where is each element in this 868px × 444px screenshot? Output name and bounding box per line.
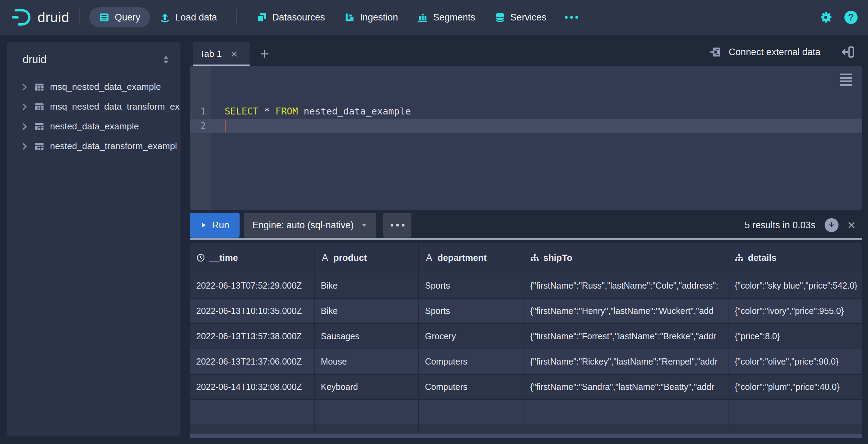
nav-item-services[interactable]: Services [485,7,556,27]
open-panel-arrow-icon[interactable] [840,44,856,60]
connect-external-data-label: Connect external data [729,47,820,58]
clock-icon [196,253,205,262]
druid-logo[interactable]: druid [10,7,69,28]
cell-details[interactable]: {"color":"ivory","price":955.0} [728,299,862,323]
chevron-right-icon[interactable] [21,123,28,130]
nav-more-icon[interactable] [558,16,585,19]
sort-double-caret-icon[interactable] [161,55,171,65]
cell-details[interactable]: {"price":8.0} [728,324,862,349]
query-doc-icon [99,12,109,23]
help-icon[interactable]: ? [844,11,858,24]
cell-details[interactable]: {"color":"plum","price":40.0} [728,375,862,399]
column-header-product[interactable]: A product [315,243,419,273]
cell-department[interactable]: Computers [419,375,524,399]
table-row-empty [190,400,862,425]
cell-time[interactable]: 2022-06-14T10:32:08.000Z [190,375,315,399]
settings-gear-icon[interactable] [819,10,833,24]
engine-select-button[interactable]: Engine: auto (sql-native) [244,213,376,238]
cell-time[interactable]: 2022-06-13T07:52:29.000Z [190,273,315,298]
column-header-shipto[interactable]: shipTo [524,243,728,273]
cell-shipto[interactable]: {"firstName":"Russ","lastName":"Cole","a… [524,273,728,298]
column-header-time[interactable]: __time [190,243,315,273]
top-navbar: druid Query Load data [0,0,868,35]
segments-icon [417,12,428,23]
tree-item-datasource[interactable]: nested_data_example [7,117,181,136]
nested-data-tree-icon [530,253,539,262]
query-tab[interactable]: Tab 1 × [193,42,250,66]
tab-bar: Tab 1 × + Connect external data [190,35,862,66]
run-button[interactable]: Run [190,213,240,238]
column-header-department[interactable]: A department [419,243,524,273]
nav-item-segments[interactable]: Segments [408,7,485,27]
connect-external-data-button[interactable]: Connect external data [709,42,820,62]
nav-item-label: Segments [433,12,475,23]
cell-product[interactable]: Bike [315,299,419,323]
run-bar: Run Engine: auto (sql-native) 5 results … [190,212,862,238]
cell-time[interactable]: 2022-06-13T21:37:06.000Z [190,349,315,374]
results-meta: 5 results in 0.03s × [745,218,862,232]
datasource-name: msq_nested_data_transform_ex [50,101,180,112]
cell-department[interactable]: Sports [419,273,524,298]
column-label: details [748,253,776,263]
tree-item-datasource[interactable]: nested_data_transform_exampl [7,136,181,156]
cell-product[interactable]: Sausages [315,324,419,349]
cell-shipto[interactable]: {"firstName":"Rickey","lastName":"Rempel… [524,349,728,374]
table-icon [34,102,44,112]
cell-product[interactable]: Bike [315,273,419,298]
cell-department[interactable]: Sports [419,299,524,323]
cell-shipto[interactable]: {"firstName":"Forrest","lastName":"Brekk… [524,324,728,349]
sql-identifier: nested_data_example [298,106,411,117]
cell-department[interactable]: Computers [419,349,524,374]
play-icon [200,222,207,228]
cell-shipto[interactable]: {"firstName":"Henry","lastName":"Wuckert… [524,299,728,323]
add-tab-button[interactable]: + [257,44,273,63]
nav-item-label: Ingestion [360,12,398,23]
horizontal-scrollbar[interactable] [190,434,862,438]
tab-close-icon[interactable]: × [231,48,238,60]
sql-code-line[interactable]: SELECT * FROM nested_data_example [225,104,411,119]
string-type-icon: A [425,253,433,263]
resize-splitter-handle[interactable] [190,238,862,240]
close-results-icon[interactable]: × [848,218,856,232]
cell-time[interactable]: 2022-06-13T13:57:38.000Z [190,324,315,349]
table-row-empty [190,425,862,434]
tree-item-datasource[interactable]: msq_nested_data_transform_ex [7,97,181,117]
table-row: 2022-06-13T13:57:38.000Z Sausages Grocer… [190,324,862,349]
cell-department[interactable]: Grocery [419,324,524,349]
cell-shipto[interactable]: {"firstName":"Sandra","lastName":"Beatty… [524,375,728,399]
editor-menu-icon[interactable] [836,70,857,89]
table-icon [34,121,44,132]
results-table: __time A product A department [190,243,862,438]
chevron-right-icon[interactable] [21,103,28,111]
datasources-icon [257,12,267,23]
column-header-details[interactable]: details [728,243,862,273]
nav-item-query[interactable]: Query [89,7,150,27]
text-cursor [225,120,226,132]
query-workbench: Tab 1 × + Connect external data [190,35,862,438]
import-data-icon [709,46,721,58]
table-row: 2022-06-13T21:37:06.000Z Mouse Computers… [190,349,862,375]
nav-item-load-data[interactable]: Load data [150,7,227,27]
datasource-name: nested_data_example [50,121,139,132]
editor-gutter [190,66,211,210]
more-options-icon[interactable] [383,213,411,238]
cell-details[interactable]: {"color":"olive","price":90.0} [728,349,862,374]
cell-time[interactable]: 2022-06-13T10:10:35.000Z [190,299,315,323]
chevron-right-icon[interactable] [21,83,28,91]
nav-item-datasources[interactable]: Datasources [247,7,335,27]
cell-product[interactable]: Mouse [315,349,419,374]
cell-details[interactable]: {"color":"sky blue","price":542.0} [728,273,862,298]
nav-item-label: Services [510,12,546,23]
chevron-right-icon[interactable] [21,143,28,150]
sql-editor[interactable]: 1 2 SELECT * FROM nested_data_example [190,66,862,210]
schema-sidebar: druid msq_nested_data_example [7,42,181,436]
nav-divider [79,9,80,25]
nav-item-ingestion[interactable]: Ingestion [335,7,408,27]
tree-item-datasource[interactable]: msq_nested_data_example [7,77,181,97]
table-row: 2022-06-13T10:10:35.000Z Bike Sports {"f… [190,299,862,324]
column-label: product [333,253,367,263]
cell-product[interactable]: Keyboard [315,375,419,399]
download-results-icon[interactable] [825,218,838,232]
table-row: 2022-06-14T10:32:08.000Z Keyboard Comput… [190,375,862,400]
table-icon [34,82,44,92]
